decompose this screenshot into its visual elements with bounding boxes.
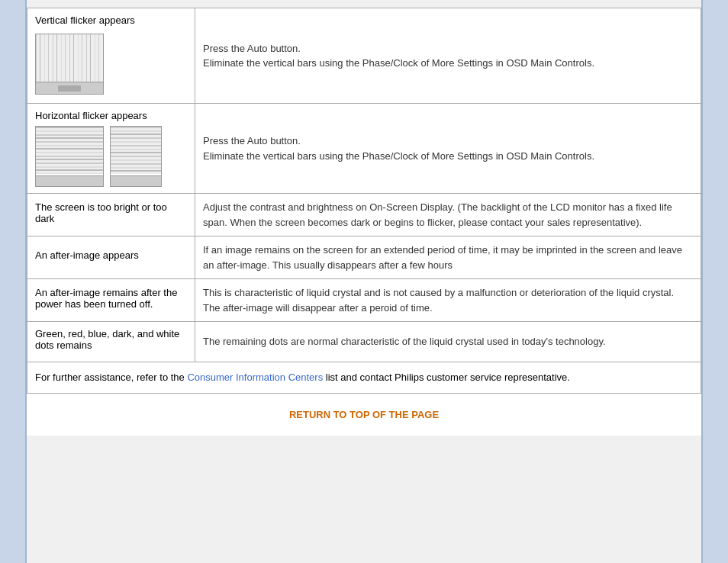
footer-text-before: For further assistance, refer to the: [35, 372, 187, 383]
left-cell-brightness: The screen is too bright or too dark: [27, 194, 195, 236]
monitor-stand-vertical: [36, 82, 103, 94]
return-cell: RETURN TO TOP OF THE PAGE: [27, 393, 701, 436]
monitor-stand-h1: [36, 175, 103, 186]
table-row: An after-image remains after the power h…: [27, 279, 701, 322]
footer-cell: For further assistance, refer to the Con…: [27, 362, 701, 394]
right-cell-horizontal-flicker: Press the Auto button. Eliminate the ver…: [195, 104, 701, 194]
monitor-stand-h2: [111, 175, 161, 186]
right-cell-colored-dots: The remaining dots are normal characteri…: [195, 322, 701, 362]
monitor-image-h1: [35, 126, 104, 187]
row-title-brightness: The screen is too bright or too dark: [35, 201, 187, 224]
left-cell-colored-dots: Green, red, blue, dark, and white dots r…: [27, 322, 195, 362]
main-content: Vertical flicker appears Press the Auto …: [27, 0, 701, 563]
return-row: RETURN TO TOP OF THE PAGE: [27, 393, 701, 436]
content-table: Vertical flicker appears Press the Auto …: [27, 8, 701, 436]
monitor-image-h2: [110, 126, 162, 187]
left-sidebar: [0, 0, 27, 563]
right-cell-brightness: Adjust the contrast and brightness on On…: [195, 194, 701, 236]
monitor-image-vertical: [35, 34, 104, 95]
footer-text-after: list and contact Philips customer servic…: [323, 372, 570, 383]
table-row: The screen is too bright or too dark Adj…: [27, 194, 701, 236]
consumer-info-link[interactable]: Consumer Information Centers: [187, 372, 323, 383]
row-title-colored-dots: Green, red, blue, dark, and white dots r…: [35, 328, 187, 351]
row-title-after-image: An after-image appears: [35, 249, 187, 261]
footer-row: For further assistance, refer to the Con…: [27, 362, 701, 394]
page-wrapper: Vertical flicker appears Press the Auto …: [0, 0, 728, 563]
left-cell-horizontal-flicker: Horizontal flicker appears: [27, 104, 195, 194]
row-title-vertical-flicker: Vertical flicker appears: [35, 14, 187, 26]
row-title-after-image-power: An after-image remains after the power h…: [35, 287, 187, 310]
right-cell-vertical-flicker: Press the Auto button. Eliminate the ver…: [195, 8, 701, 104]
left-cell-after-image-power: An after-image remains after the power h…: [27, 279, 195, 322]
row-title-horizontal-flicker: Horizontal flicker appears: [35, 110, 187, 121]
table-row: Horizontal flicker appears Press the Aut…: [27, 104, 701, 194]
right-cell-after-image: If an image remains on the screen for an…: [195, 236, 701, 279]
left-cell-vertical-flicker: Vertical flicker appears: [27, 8, 195, 104]
return-to-top-link[interactable]: RETURN TO TOP OF THE PAGE: [289, 409, 439, 420]
right-sidebar: [701, 0, 728, 563]
table-row: Green, red, blue, dark, and white dots r…: [27, 322, 701, 362]
left-cell-after-image: An after-image appears: [27, 236, 195, 279]
right-cell-after-image-power: This is characteristic of liquid crystal…: [195, 279, 701, 322]
monitor-images-horizontal: [35, 126, 187, 187]
table-row: Vertical flicker appears Press the Auto …: [27, 8, 701, 104]
table-row: An after-image appears If an image remai…: [27, 236, 701, 279]
